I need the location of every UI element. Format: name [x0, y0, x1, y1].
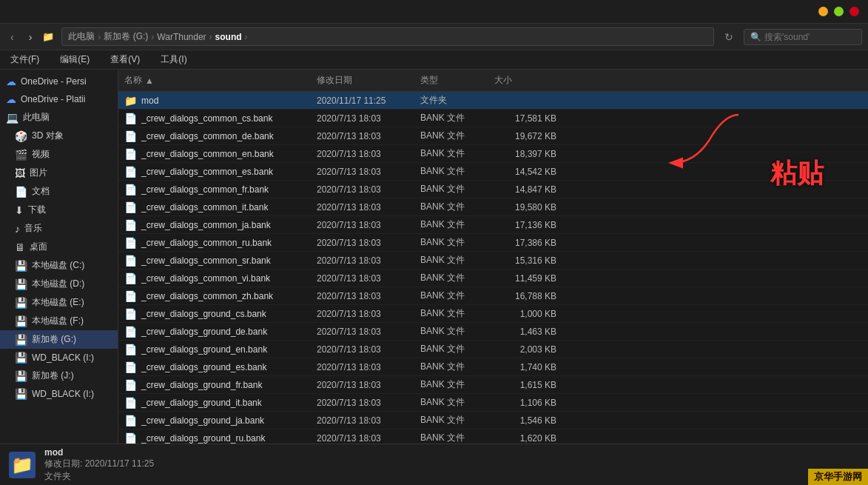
sidebar-item-pictures[interactable]: 🖼 图片 — [0, 164, 118, 182]
col-header-size[interactable]: 大小 — [488, 73, 562, 88]
file-row-15[interactable]: 📄 _crew_dialogs_ground_es.bank 2020/7/13… — [118, 358, 868, 376]
file-row-18[interactable]: 📄 _crew_dialogs_ground_ja.bank 2020/7/13… — [118, 412, 868, 429]
close-button[interactable] — [850, 7, 859, 16]
file-name-8: _crew_dialogs_common_ru.bank — [141, 238, 272, 248]
file-icon-9: 📄 — [124, 255, 137, 267]
sidebar-item-video[interactable]: 🎬 视频 — [0, 145, 118, 164]
file-row-17[interactable]: 📄 _crew_dialogs_ground_it.bank 2020/7/13… — [118, 394, 868, 412]
file-name-0: mod — [141, 96, 158, 106]
menu-tools[interactable]: 工具(I) — [156, 52, 191, 67]
statusbar: 📁 mod 修改日期: 2020/11/17 11:25 文件夹 — [0, 444, 868, 485]
sidebar-item-disk-wd-i[interactable]: 💾 WD_BLACK (I:) — [0, 349, 118, 367]
file-icon-17: 📄 — [124, 397, 137, 409]
col-header-name[interactable]: 名称 ▲ — [118, 73, 311, 88]
file-icon-16: 📄 — [124, 379, 137, 391]
file-row-9[interactable]: 📄 _crew_dialogs_common_sr.bank 2020/7/13… — [118, 252, 868, 270]
search-input[interactable] — [764, 32, 853, 42]
nav-forward-button[interactable]: › — [24, 30, 37, 44]
nav-back-button[interactable]: ‹ — [6, 30, 18, 44]
sidebar-item-3d[interactable]: 🎲 3D 对象 — [0, 127, 118, 145]
col-header-type[interactable]: 类型 — [414, 73, 488, 88]
maximize-button[interactable] — [834, 7, 844, 16]
search-icon: 🔍 — [750, 32, 761, 42]
col-header-date[interactable]: 修改日期 — [311, 73, 414, 88]
main-container: ☁ OneDrive - Persi ☁ OneDrive - Platii 💻… — [0, 70, 868, 444]
file-row-5[interactable]: 📄 _crew_dialogs_common_fr.bank 2020/7/13… — [118, 181, 868, 198]
sidebar-label-downloads: 下载 — [28, 204, 46, 216]
file-name-16: _crew_dialogs_ground_fr.bank — [141, 380, 262, 390]
sidebar-item-disk-d[interactable]: 💾 本地磁盘 (D:) — [0, 275, 118, 293]
sidebar-item-downloads[interactable]: ⬇ 下载 — [0, 201, 118, 219]
breadcrumb-drive-g[interactable]: 新加卷 (G:) — [104, 30, 148, 43]
breadcrumb-sound[interactable]: sound — [215, 32, 242, 42]
sidebar-item-disk-g[interactable]: 💾 新加卷 (G:) — [0, 330, 118, 349]
onedrive-icon: ☁ — [6, 76, 16, 87]
sidebar-item-this-pc[interactable]: 💻 此电脑 — [0, 108, 118, 127]
file-name-12: _crew_dialogs_ground_cs.bank — [141, 309, 266, 319]
file-name-7: _crew_dialogs_common_ja.bank — [141, 220, 271, 230]
search-box[interactable]: 🔍 — [744, 29, 862, 45]
file-row-7[interactable]: 📄 _crew_dialogs_common_ja.bank 2020/7/13… — [118, 216, 868, 234]
status-type: 文件夹 — [44, 471, 71, 481]
file-icon-8: 📄 — [124, 237, 137, 249]
sidebar-label-disk-e: 本地磁盘 (E:) — [32, 296, 84, 309]
file-icon-0: 📁 — [124, 95, 137, 107]
sidebar-item-disk-f[interactable]: 💾 本地磁盘 (F:) — [0, 312, 118, 330]
sidebar-item-music[interactable]: ♪ 音乐 — [0, 219, 118, 238]
sidebar-item-desktop[interactable]: 🖥 桌面 — [0, 238, 118, 256]
file-icon-18: 📄 — [124, 415, 137, 427]
sidebar-label-disk-g: 新加卷 (G:) — [32, 333, 76, 346]
file-row-2[interactable]: 📄 _crew_dialogs_common_de.bank 2020/7/13… — [118, 127, 868, 145]
sidebar-item-docs[interactable]: 📄 文档 — [0, 182, 118, 201]
file-row-0[interactable]: 📁 mod 2020/11/17 11:25 文件夹 — [118, 92, 868, 110]
file-row-14[interactable]: 📄 _crew_dialogs_ground_en.bank 2020/7/13… — [118, 341, 868, 358]
disk-e-icon: 💾 — [15, 297, 27, 309]
file-row-13[interactable]: 📄 _crew_dialogs_ground_de.bank 2020/7/13… — [118, 323, 868, 341]
3d-icon: 🎲 — [15, 130, 27, 142]
sidebar-label-video: 视频 — [32, 148, 50, 161]
status-meta-date: 2020/11/17 11:25 — [85, 458, 154, 469]
file-row-8[interactable]: 📄 _crew_dialogs_common_ru.bank 2020/7/13… — [118, 234, 868, 252]
sidebar-item-disk-c[interactable]: 💾 本地磁盘 (C:) — [0, 256, 118, 275]
sidebar-item-onedrive-platii[interactable]: ☁ OneDrive - Platii — [0, 90, 118, 108]
file-icon-6: 📄 — [124, 201, 137, 213]
status-text: mod 修改日期: 2020/11/17 11:25 文件夹 — [44, 447, 154, 483]
sidebar-label-onedrive-platii: OneDrive - Platii — [21, 94, 85, 104]
file-row-12[interactable]: 📄 _crew_dialogs_ground_cs.bank 2020/7/13… — [118, 305, 868, 323]
file-row-1[interactable]: 📄 _crew_dialogs_common_cs.bank 2020/7/13… — [118, 110, 868, 127]
sidebar-item-onedrive-persi[interactable]: ☁ OneDrive - Persi — [0, 73, 118, 90]
file-row-10[interactable]: 📄 _crew_dialogs_common_vi.bank 2020/7/13… — [118, 270, 868, 287]
file-icon-4: 📄 — [124, 166, 137, 178]
file-icon-5: 📄 — [124, 184, 137, 195]
file-name-5: _crew_dialogs_common_fr.bank — [141, 184, 269, 195]
file-name-14: _crew_dialogs_ground_en.bank — [141, 344, 267, 355]
disk-d-icon: 💾 — [15, 278, 27, 290]
sidebar-item-disk-j[interactable]: 💾 新加卷 (J:) — [0, 367, 118, 385]
downloads-icon: ⬇ — [15, 204, 24, 216]
sidebar-label-desktop: 桌面 — [30, 241, 47, 253]
breadcrumb[interactable]: 此电脑 › 新加卷 (G:) › WarThunder › sound › — [61, 27, 714, 46]
file-row-6[interactable]: 📄 _crew_dialogs_common_it.bank 2020/7/13… — [118, 198, 868, 216]
minimize-button[interactable] — [818, 7, 828, 16]
file-row-3[interactable]: 📄 _crew_dialogs_common_en.bank 2020/7/13… — [118, 145, 868, 163]
sidebar-item-disk-e[interactable]: 💾 本地磁盘 (E:) — [0, 293, 118, 312]
status-file-icon: 📁 — [9, 452, 36, 478]
sidebar-label-disk-c: 本地磁盘 (C:) — [32, 259, 84, 272]
refresh-button[interactable]: ↻ — [720, 30, 738, 44]
menu-view[interactable]: 查看(V) — [106, 52, 144, 67]
file-row-19[interactable]: 📄 _crew_dialogs_ground_ru.bank 2020/7/13… — [118, 429, 868, 444]
sidebar-label-disk-wd-i2: WD_BLACK (I:) — [32, 389, 94, 399]
file-icon-10: 📄 — [124, 272, 137, 284]
watermark: 京华手游网 — [808, 469, 868, 485]
file-row-11[interactable]: 📄 _crew_dialogs_common_zh.bank 2020/7/13… — [118, 287, 868, 305]
sidebar-item-disk-wd-i2[interactable]: 💾 WD_BLACK (I:) — [0, 385, 118, 403]
breadcrumb-this-pc[interactable]: 此电脑 — [68, 30, 95, 43]
file-icon-11: 📄 — [124, 290, 137, 302]
desktop-icon: 🖥 — [15, 241, 25, 253]
disk-j-icon: 💾 — [15, 370, 27, 382]
breadcrumb-warthunder[interactable]: WarThunder — [157, 32, 206, 42]
menu-file[interactable]: 文件(F) — [6, 52, 44, 67]
file-row-16[interactable]: 📄 _crew_dialogs_ground_fr.bank 2020/7/13… — [118, 376, 868, 394]
file-row-4[interactable]: 📄 _crew_dialogs_common_es.bank 2020/7/13… — [118, 163, 868, 181]
menu-edit[interactable]: 编辑(E) — [55, 52, 94, 67]
